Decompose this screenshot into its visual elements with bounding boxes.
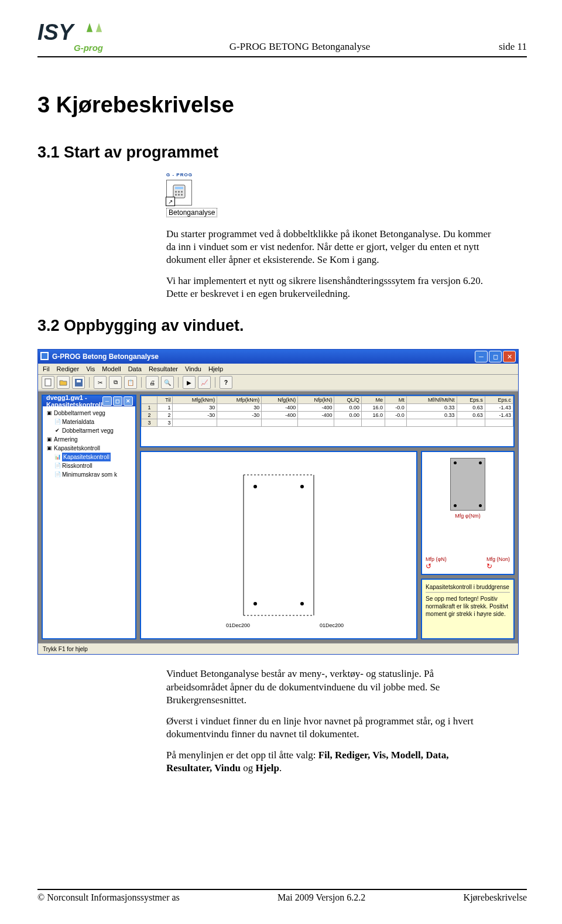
paragraph-1: Du starter programmet ved å dobbeltklikk… bbox=[166, 228, 494, 266]
tree-item[interactable]: 📊Kapasitetskontroll bbox=[44, 453, 134, 461]
section-heading-3-1: 3.1 Start av programmet bbox=[37, 143, 527, 162]
publisher-logo: ISY G-prog bbox=[37, 21, 137, 53]
toolbar-print-icon[interactable]: 🖨 bbox=[146, 376, 159, 389]
info-box: Kapasitetskontroll i bruddgrense Se opp … bbox=[421, 579, 515, 639]
tree-item[interactable]: 📄Minimumskrav som k bbox=[44, 470, 134, 479]
maximize-button[interactable]: ◻ bbox=[489, 351, 502, 362]
svg-rect-10 bbox=[45, 379, 51, 386]
tree-item[interactable]: 📄Risskontroll bbox=[44, 461, 134, 470]
toolbar-copy-icon[interactable]: ⧉ bbox=[109, 376, 122, 389]
minimize-button[interactable]: ─ bbox=[475, 351, 488, 362]
toolbar-preview-icon[interactable]: 🔍 bbox=[161, 376, 174, 389]
footer-center: Mai 2009 Versjon 6.2.2 bbox=[277, 892, 365, 903]
menu-data[interactable]: Data bbox=[128, 365, 142, 372]
tree-node-icon: 📄 bbox=[54, 463, 60, 469]
desktop-shortcut-icon: ↗ bbox=[166, 180, 192, 206]
tree-item-label: Risskontroll bbox=[62, 461, 92, 470]
toolbar: ✂ ⧉ 📋 🖨 🔍 ▶ 📈 ? bbox=[38, 375, 518, 391]
menu-hjelp[interactable]: Hjelp bbox=[208, 365, 223, 372]
toolbar-cut-icon[interactable]: ✂ bbox=[94, 376, 107, 389]
menu-rediger[interactable]: Rediger bbox=[57, 365, 80, 372]
tree-node-icon: ▣ bbox=[46, 410, 52, 416]
footer-right: Kjørebeskrivelse bbox=[464, 892, 527, 903]
grid-header: Mfp(kNm) bbox=[217, 396, 262, 404]
svg-rect-12 bbox=[77, 380, 81, 382]
toolbar-chart-icon[interactable]: 📈 bbox=[198, 376, 211, 389]
header-rule bbox=[37, 56, 527, 57]
svg-point-17 bbox=[253, 485, 257, 488]
grid-header: Eps.s bbox=[457, 396, 485, 404]
moment-arrow-left-icon: ↺ bbox=[426, 562, 447, 570]
svg-rect-6 bbox=[178, 194, 180, 196]
data-grid-window: TilMfg(kNm)Mfp(kNm)Nfg(kN)Nfp(kN)QL/QMeM… bbox=[140, 395, 515, 447]
tree-window: dvegg1.gw1 - Kapasitetskontroll ─ ◻ ✕ ▣D… bbox=[42, 395, 136, 639]
svg-rect-1 bbox=[175, 187, 183, 189]
menu-vis[interactable]: Vis bbox=[86, 365, 95, 372]
tree-item-label: Materialdata bbox=[62, 417, 94, 426]
tree-item-label: Dobbeltarmert vegg bbox=[62, 426, 114, 435]
toolbar-new-icon[interactable] bbox=[42, 376, 54, 389]
table-row[interactable]: 33 bbox=[142, 419, 513, 427]
toolbar-paste-icon[interactable]: 📋 bbox=[124, 376, 137, 389]
moment-arrow-right-icon: ↻ bbox=[486, 562, 510, 570]
info-body-text: Se opp med fortegn! Positiv normalkraft … bbox=[426, 595, 510, 618]
paragraph-5: På menylinjen er det opp til åtte valg: … bbox=[166, 749, 494, 775]
paragraph-3: Vinduet Betonganalyse består av meny-, v… bbox=[166, 668, 494, 706]
tree-item[interactable]: ▣Kapasitetskontroll bbox=[44, 444, 134, 453]
moment-label-top: Mfg φ(Nm) bbox=[426, 513, 510, 519]
reinforcement-diagram-icon: 01Dec200 01Dec200 bbox=[173, 457, 384, 633]
tree-item[interactable]: ✔Dobbeltarmert vegg bbox=[44, 426, 134, 435]
window-title: G-PROG Betong Betonganalyse bbox=[52, 353, 159, 361]
grid-header: Nfg(kN) bbox=[262, 396, 298, 404]
statusbar: Trykk F1 for hjelp bbox=[38, 643, 518, 654]
toolbar-open-icon[interactable] bbox=[57, 376, 70, 389]
svg-point-19 bbox=[253, 602, 257, 605]
close-button[interactable]: ✕ bbox=[503, 351, 516, 362]
tree-item-label: Armering bbox=[54, 435, 78, 444]
tree-item-label: Minimumskrav som k bbox=[62, 470, 117, 479]
menu-fil[interactable]: Fil bbox=[43, 365, 50, 372]
toolbar-save-icon[interactable] bbox=[72, 376, 85, 389]
tree-node-icon: ✔ bbox=[54, 428, 60, 434]
section-heading-3-2: 3.2 Oppbygging av vinduet. bbox=[37, 317, 527, 335]
logo-arrows-icon bbox=[85, 22, 103, 33]
footer-left: © Norconsult Informasjonssystmer as bbox=[37, 892, 180, 903]
toolbar-help-icon[interactable]: ? bbox=[220, 376, 232, 389]
grid-header: Mt bbox=[385, 396, 407, 404]
menu-resultater[interactable]: Resultater bbox=[149, 365, 178, 372]
svg-rect-9 bbox=[42, 353, 47, 359]
tree-close-icon[interactable]: ✕ bbox=[124, 396, 133, 406]
tree-node-icon: ▣ bbox=[46, 437, 52, 443]
tree-minimize-icon[interactable]: ─ bbox=[102, 396, 112, 406]
tree-item[interactable]: ▣Dobbeltarmert vegg bbox=[44, 409, 134, 417]
titlebar: G-PROG Betong Betonganalyse ─ ◻ ✕ bbox=[38, 350, 518, 364]
menubar: Fil Rediger Vis Modell Data Resultater V… bbox=[38, 364, 518, 375]
cross-section-window: Mfg φ(Nm) Mfp (φN) ↺ Mfg (Non) bbox=[421, 451, 515, 575]
grid-header: Mf/Nf/Mt/Nt bbox=[406, 396, 457, 404]
grid-header: Til bbox=[157, 396, 173, 404]
tree-item-label: Kapasitetskontroll bbox=[54, 444, 100, 453]
toolbar-run-icon[interactable]: ▶ bbox=[183, 376, 196, 389]
grid-header: QL/Q bbox=[334, 396, 362, 404]
table-row[interactable]: 113030-400-4000.0016.0-0.00.330.63-1.43 bbox=[142, 404, 513, 412]
app-window-figure: G-PROG Betong Betonganalyse ─ ◻ ✕ Fil Re… bbox=[37, 349, 519, 655]
paragraph-2: Vi har implementert et nytt og sikrere l… bbox=[166, 275, 494, 300]
svg-point-18 bbox=[300, 485, 304, 488]
tree-item[interactable]: ▣Armering bbox=[44, 435, 134, 444]
tree-node-icon: ▣ bbox=[46, 446, 52, 451]
data-grid[interactable]: TilMfg(kNm)Mfp(kNm)Nfg(kN)Nfp(kN)QL/QMeM… bbox=[141, 396, 513, 427]
tree-maximize-icon[interactable]: ◻ bbox=[113, 396, 122, 406]
menu-vindu[interactable]: Vindu bbox=[185, 365, 201, 372]
page-footer: © Norconsult Informasjonssystmer as Mai … bbox=[37, 884, 527, 903]
paragraph-4: Øverst i vinduet finner du en linje hvor… bbox=[166, 715, 494, 741]
grid-header: Mfg(kNm) bbox=[173, 396, 217, 404]
tree-item[interactable]: 📄Materialdata bbox=[44, 417, 134, 426]
grid-header: Nfp(kN) bbox=[298, 396, 334, 404]
table-row[interactable]: 22-30-30-400-4000.0016.0-0.00.330.63-1.4… bbox=[142, 412, 513, 419]
svg-rect-5 bbox=[175, 194, 177, 196]
menu-modell[interactable]: Modell bbox=[102, 365, 121, 372]
svg-point-20 bbox=[300, 602, 304, 605]
status-text: Trykk F1 for hjelp bbox=[43, 646, 88, 652]
tree-item-label: Kapasitetskontroll bbox=[62, 453, 111, 461]
tree-node-icon: 📊 bbox=[54, 454, 60, 460]
